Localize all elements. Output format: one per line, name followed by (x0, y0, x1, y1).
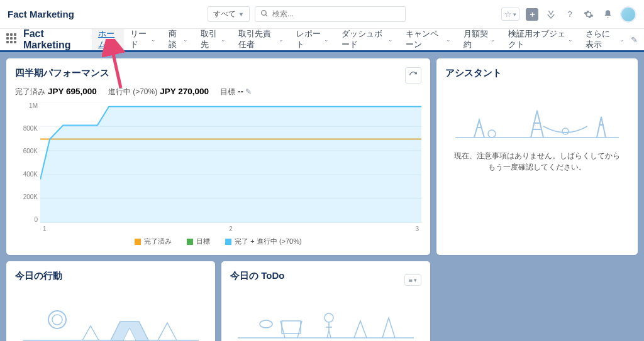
svg-point-15 (48, 311, 66, 328)
svg-point-21 (325, 313, 333, 322)
open-value: JPY 270,000 (160, 87, 209, 96)
setup-gear-icon[interactable] (582, 8, 595, 21)
todays-events-card: 今日の行動 本日この後の予定はありません。 (6, 261, 215, 341)
app-launcher-icon[interactable] (6, 33, 17, 46)
nav-tabs: ホームリード⌄商談⌄取引先⌄取引先責任者⌄レポート⌄ダッシュボード⌄キャンペーン… (92, 29, 631, 50)
chevron-down-icon: ⌄ (491, 36, 496, 43)
nav-tab-label: 取引先 (201, 29, 219, 50)
assistant-card: アシスタント 現在、注意事項はありません。しばらくしてからもう一度確認してくださ… (436, 58, 638, 255)
closed-value: JPY 695,000 (48, 87, 97, 96)
nav-tab[interactable]: 取引先⌄ (194, 29, 233, 50)
global-header: Fact Marketing すべて ▼ 検索... ☆ ▾ ＋ ? (0, 0, 644, 28)
goal-value: -- (238, 87, 243, 96)
chevron-down-icon: ⌄ (619, 36, 625, 43)
app-name: Fact Marketing (23, 28, 83, 51)
legend-swatch-combined (225, 239, 231, 245)
star-icon: ☆ (504, 9, 512, 19)
nav-tab[interactable]: レポート⌄ (290, 29, 335, 50)
chevron-down-icon: ⌄ (388, 36, 393, 43)
chevron-down-icon: ▾ (513, 11, 516, 18)
svg-marker-10 (40, 107, 421, 223)
chevron-down-icon: ⌄ (183, 36, 188, 43)
chart-plot-area (40, 102, 421, 223)
card-title: 今日の行動 (15, 270, 206, 282)
search-icon (260, 9, 269, 19)
closed-label: 完了済み (15, 87, 45, 96)
sort-icon: ≡ (409, 276, 413, 284)
quarterly-performance-card: 四半期パフォーマンス 完了済みJPY 695,000 進行中 (>70%)JPY… (6, 58, 430, 255)
chevron-down-icon: ⌄ (279, 36, 284, 43)
nav-tab-label: 取引先責任者 (238, 29, 276, 50)
todays-todos-card: 今日の ToDo ≡▾ 今日が期限のものはありません。しばらくしてから再度確認 (221, 261, 430, 341)
legend-combined: 完了 + 進行中 (>70%) (235, 237, 301, 246)
legend-swatch-closed (135, 239, 141, 245)
header-utility-icons: ☆ ▾ ＋ ? (501, 6, 636, 23)
favorites-button[interactable]: ☆ ▾ (501, 8, 519, 21)
chevron-down-icon: ⌄ (446, 36, 451, 43)
chart-legend: 完了済み 目標 完了 + 進行中 (>70%) (15, 237, 421, 246)
legend-closed: 完了済み (144, 237, 172, 246)
notification-bell-icon[interactable] (601, 8, 614, 21)
nav-tab-label: レポート (296, 29, 321, 50)
nav-tab[interactable]: さらに表示⌄ (579, 29, 631, 50)
events-illustration (15, 290, 206, 341)
edit-goal-pencil-icon[interactable]: ✎ (245, 87, 252, 96)
app-nav-bar: Fact Marketing ホームリード⌄商談⌄取引先⌄取引先責任者⌄レポート… (0, 28, 644, 52)
org-name: Fact Marketing (8, 9, 74, 19)
chevron-down-icon: ▾ (414, 277, 417, 283)
assistant-illustration (445, 87, 629, 146)
help-icon[interactable]: ? (564, 8, 576, 21)
nav-tab-label: リード (130, 29, 148, 50)
svg-point-13 (562, 128, 569, 134)
goal-label: 目標 (220, 87, 235, 96)
add-button[interactable]: ＋ (526, 8, 538, 21)
open-label: 進行中 (>70%) (108, 87, 157, 96)
svg-line-20 (297, 321, 302, 338)
edit-nav-pencil-icon[interactable]: ✎ (631, 35, 638, 45)
nav-tab[interactable]: キャンペーン⌄ (399, 29, 457, 50)
search-scope-label: すべて (213, 9, 236, 19)
kpi-row: 完了済みJPY 695,000 進行中 (>70%)JPY 270,000 目標… (15, 87, 421, 97)
svg-rect-18 (282, 321, 301, 333)
nav-tab[interactable]: 取引先責任者⌄ (232, 29, 290, 50)
chevron-down-icon: ⌄ (568, 36, 573, 43)
chevron-down-icon: ⌄ (324, 36, 329, 43)
nav-tab-label: 月額契約 (464, 29, 488, 50)
assistant-empty-text: 現在、注意事項はありません。しばらくしてからもう一度確認してください。 (445, 146, 629, 176)
salesforce-help-icon[interactable] (545, 8, 557, 21)
card-title: アシスタント (445, 67, 629, 79)
performance-chart: 1M800K600K400K200K0 123 (15, 102, 421, 234)
nav-tab[interactable]: 検証用オブジェクト⌄ (502, 29, 579, 50)
todos-illustration (230, 290, 421, 341)
nav-tab-label: キャンペーン (406, 29, 443, 50)
nav-tab-label: ホーム (98, 29, 118, 50)
search-placeholder: 検索... (272, 9, 294, 19)
svg-line-1 (265, 14, 267, 16)
chevron-down-icon: ⌄ (221, 36, 226, 43)
svg-line-19 (280, 321, 285, 338)
nav-tab[interactable]: ホーム (92, 29, 124, 52)
legend-goal: 目標 (196, 237, 210, 246)
nav-tab[interactable]: リード⌄ (124, 29, 162, 50)
card-title: 今日の ToDo (230, 270, 284, 282)
chevron-down-icon: ⌄ (151, 36, 156, 43)
svg-point-16 (52, 315, 62, 325)
card-title: 四半期パフォーマンス (15, 67, 421, 79)
nav-tab[interactable]: 月額契約⌄ (457, 29, 502, 50)
nav-tab-label: ダッシュボード (341, 29, 386, 50)
nav-tab-label: 検証用オブジェクト (508, 29, 565, 50)
global-search-input[interactable]: 検索... (255, 6, 406, 22)
refresh-button[interactable] (405, 67, 421, 84)
todo-sort-button[interactable]: ≡▾ (404, 274, 421, 286)
nav-tab[interactable]: ダッシュボード⌄ (335, 29, 399, 50)
search-scope-selector[interactable]: すべて ▼ (208, 6, 250, 22)
svg-point-12 (488, 130, 496, 138)
nav-tab[interactable]: 商談⌄ (162, 29, 194, 50)
nav-tab-label: さらに表示 (586, 29, 617, 50)
legend-swatch-goal (187, 239, 193, 245)
svg-point-0 (262, 10, 267, 15)
nav-tab-label: 商談 (169, 29, 180, 50)
user-avatar[interactable] (620, 6, 636, 23)
chevron-down-icon: ▼ (238, 11, 244, 18)
